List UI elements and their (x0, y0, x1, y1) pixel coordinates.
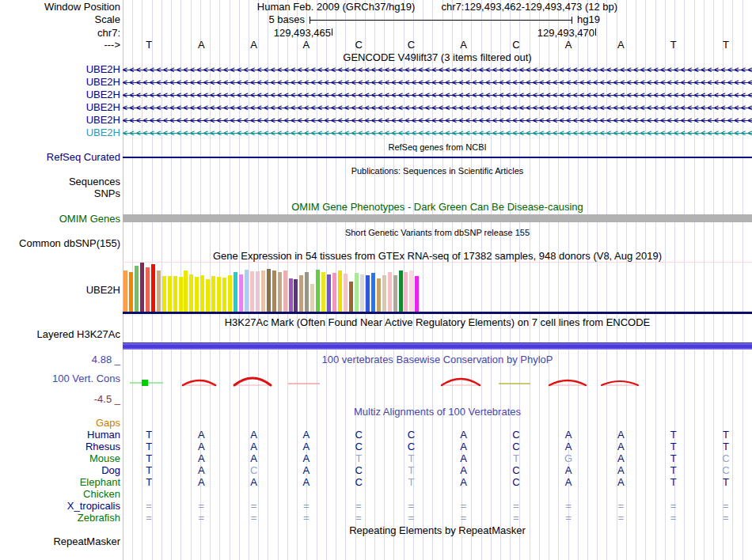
aln-rhesus-col7: A (460, 441, 467, 452)
aln-mouse-col7: A (460, 452, 467, 464)
aln-mouse-col8: T (513, 452, 519, 464)
publications-track-title[interactable]: Publications: Sequences in Scientific Ar… (123, 165, 752, 176)
aln-zebrafish-col2: = (199, 512, 205, 524)
gtex-tissue-bar-22 (239, 274, 243, 312)
dbsnp-track-title[interactable]: Short Genetic Variants from dbSNP releas… (123, 227, 752, 238)
aln-dog-col12: C (722, 464, 729, 476)
aln-dog-col4: A (303, 464, 310, 476)
aln-mouse-col12: C (722, 452, 729, 464)
left-strand-arrows: <<<<<<<<<<<<<<<<<<<<<<<<<<<<<<<<<<<<<<<<… (123, 127, 752, 139)
aln-rhesus-col8: C (512, 441, 519, 452)
gtex-baseline (123, 312, 752, 314)
refseq-curated-label[interactable]: RefSeq Curated (47, 152, 120, 163)
aln-zebrafish-col4: = (303, 512, 310, 524)
ruler-base-1: T (146, 40, 152, 51)
aln-x_tropicalis-col6: = (408, 500, 415, 512)
species-label-dog[interactable]: Dog (101, 465, 120, 476)
gene-label-ube2h-1[interactable]: UBE2H (86, 64, 120, 75)
ruler-base-3: A (250, 40, 257, 51)
aln-zebrafish-col9: = (565, 512, 572, 524)
species-label-rhesus[interactable]: Rhesus (85, 441, 120, 452)
sequences-label[interactable]: Sequences (69, 176, 120, 187)
phylop-peak-arc-2 (183, 380, 215, 385)
h3k27ac-signal-bar[interactable] (123, 342, 752, 350)
gtex-tissue-bar-10 (173, 276, 177, 312)
species-label-zebrafish[interactable]: Zebrafish (78, 513, 120, 524)
aln-dog-col8: C (512, 464, 519, 476)
coord-right: 129,493,470 (537, 28, 594, 39)
aln-x_tropicalis-col2: = (199, 500, 205, 512)
gene-label-ube2h-6[interactable]: UBE2H (86, 127, 120, 138)
aln-zebrafish-col1: = (146, 512, 152, 524)
aln-elephant-col1: T (146, 476, 152, 488)
gene-row-ube2h-4[interactable]: <<<<<<<<<<<<<<<<<<<<<<<<<<<<<<<<<<<<<<<<… (123, 102, 752, 114)
species-label-x_tropicalis[interactable]: X_tropicalis (67, 501, 120, 512)
aln-rhesus-col3: A (250, 441, 257, 452)
repeatmasker-label[interactable]: RepeatMasker (53, 536, 120, 547)
gencode-track-title[interactable]: GENCODE V49lift37 (3 items filtered out) (123, 52, 752, 63)
gtex-tissue-bar-51 (399, 271, 403, 312)
repeatmasker-track-title[interactable]: Repeating Elements by RepeatMasker (123, 525, 752, 536)
snps-label[interactable]: SNPs (94, 188, 120, 199)
aln-human-col5: C (355, 429, 362, 441)
gene-label-ube2h-2[interactable]: UBE2H (86, 77, 120, 88)
aln-elephant-col11: T (670, 476, 677, 488)
gene-row-ube2h-1[interactable]: <<<<<<<<<<<<<<<<<<<<<<<<<<<<<<<<<<<<<<<<… (123, 64, 752, 76)
scale-bar-right-tick (572, 17, 572, 24)
phylop-signal[interactable] (123, 365, 752, 405)
gtex-gene-label[interactable]: UBE2H (86, 285, 120, 296)
assembly-title: Human Feb. 2009 (GRCh37/hg19) (257, 1, 415, 13)
aln-human-col12: T (723, 429, 729, 441)
gtex-tissue-bar-24 (250, 271, 254, 312)
species-label-elephant[interactable]: Elephant (80, 477, 120, 488)
aln-zebrafish-col5: = (355, 512, 362, 524)
phylop-track-title[interactable]: 100 vertebrates Basewise Conservation by… (123, 354, 752, 365)
aln-mouse-col5: T (355, 452, 362, 464)
phylop-peak-arc-7 (549, 380, 586, 385)
gtex-tissue-bar-11 (179, 277, 183, 312)
gene-label-ube2h-4[interactable]: UBE2H (86, 102, 120, 113)
omim-track-title[interactable]: OMIM Gene Phenotypes - Dark Green Can Be… (123, 202, 752, 213)
vert-cons-label[interactable]: 100 Vert. Cons (52, 373, 120, 384)
gtex-tissue-bar-17 (211, 276, 215, 312)
coord-left-tick (332, 28, 332, 36)
refseq-track-title[interactable]: RefSeq genes from NCBI (123, 142, 752, 153)
species-label-mouse[interactable]: Mouse (89, 453, 120, 464)
refseq-curated-gene-line[interactable] (123, 157, 752, 158)
gene-row-ube2h-6[interactable]: <<<<<<<<<<<<<<<<<<<<<<<<<<<<<<<<<<<<<<<<… (123, 127, 752, 139)
aln-elephant-col9: A (565, 476, 572, 488)
gene-row-ube2h-2[interactable]: <<<<<<<<<<<<<<<<<<<<<<<<<<<<<<<<<<<<<<<<… (123, 77, 752, 89)
layered-h3k27ac-label[interactable]: Layered H3K27Ac (36, 329, 120, 340)
aln-dog-col11: T (670, 464, 677, 476)
common-dbsnp-label[interactable]: Common dbSNP(155) (19, 238, 120, 249)
gtex-tissue-bar-20 (228, 275, 232, 312)
gtex-tissue-bar-48 (382, 275, 386, 312)
aln-human-col7: A (460, 429, 467, 441)
gtex-track-title[interactable]: Gene Expression in 54 tissues from GTEx … (123, 251, 752, 262)
omim-genes-label[interactable]: OMIM Genes (59, 214, 120, 225)
species-label-human[interactable]: Human (87, 429, 120, 441)
species-label-chicken[interactable]: Chicken (83, 489, 120, 500)
gtex-tissue-bar-30 (283, 271, 287, 312)
gene-label-ube2h-5[interactable]: UBE2H (86, 115, 120, 126)
left-strand-arrows: <<<<<<<<<<<<<<<<<<<<<<<<<<<<<<<<<<<<<<<<… (123, 77, 752, 89)
gene-label-ube2h-3[interactable]: UBE2H (86, 89, 120, 100)
gtex-tissue-bar-9 (168, 276, 172, 312)
omim-genes-bar[interactable] (123, 214, 752, 222)
h3k27ac-track-title[interactable]: H3K27Ac Mark (Often Found Near Active Re… (123, 317, 752, 328)
aln-x_tropicalis-col12: = (723, 500, 729, 512)
aln-mouse-col10: A (617, 452, 625, 464)
gene-row-ube2h-5[interactable]: <<<<<<<<<<<<<<<<<<<<<<<<<<<<<<<<<<<<<<<<… (123, 115, 752, 127)
aln-x_tropicalis-col9: = (565, 500, 572, 512)
gtex-tissue-bar-41 (344, 274, 348, 312)
gene-row-ube2h-3[interactable]: <<<<<<<<<<<<<<<<<<<<<<<<<<<<<<<<<<<<<<<<… (123, 89, 752, 101)
multiz-track-title[interactable]: Multiz Alignments of 100 Vertebrates (123, 407, 752, 418)
species-label-gaps[interactable]: Gaps (96, 418, 120, 429)
gtex-tissue-bar-2 (129, 272, 133, 312)
coord-right-tick (595, 28, 596, 36)
aln-human-col6: C (408, 429, 415, 441)
gtex-tissue-bar-6 (151, 264, 155, 312)
scale-value: 5 bases (268, 14, 305, 25)
ruler-base-2: A (198, 40, 205, 51)
aln-dog-col3: C (250, 464, 257, 476)
